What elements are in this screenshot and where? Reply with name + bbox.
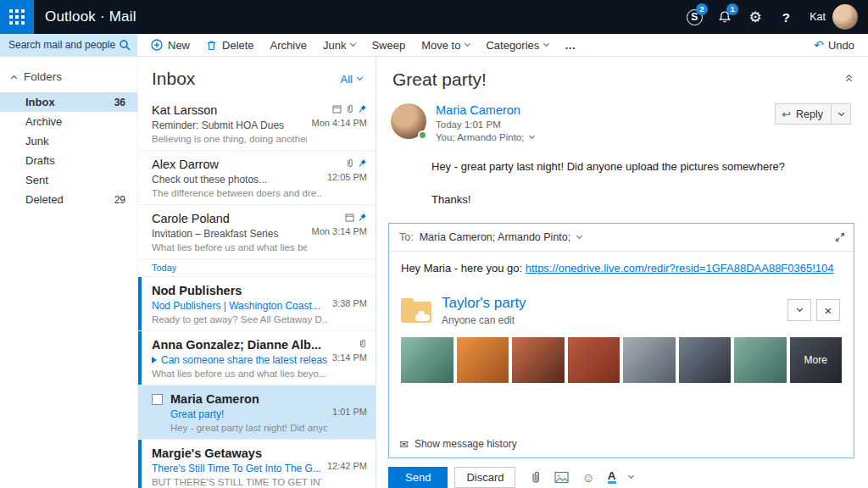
sidebar-item-sent[interactable]: Sent [0,170,137,190]
message-timestamp: Today 1:01 PM [436,119,534,130]
pin-icon[interactable] [358,213,367,222]
move-to-button[interactable]: Move to [421,39,470,52]
plus-circle-icon [151,39,163,51]
junk-button[interactable]: Junk [323,39,355,52]
chevron-down-icon [465,41,470,47]
message-body: Hey - great party last night! Did anyone… [377,142,868,208]
pin-icon[interactable] [358,104,367,114]
sidebar-item-junk[interactable]: Junk [0,131,137,151]
mail-commands: New Delete Archive Junk Sweep Move to Ca… [137,34,576,56]
gear-icon: ⚙ [749,8,762,26]
message-subject: Great party! [392,69,487,90]
show-message-history[interactable]: ✉ Show message history [399,438,517,451]
message-list-item[interactable]: Carole Poland Invitation – Breakfast Ser… [138,205,376,259]
calendar-icon [332,104,342,114]
top-bar: Outlook · Mail S 2 1 ⚙ ? Kat [0,0,868,34]
undo-icon: ↶ [814,38,824,52]
send-button[interactable]: Send [388,467,448,488]
chevron-down-icon [357,75,363,80]
new-button[interactable]: New [151,39,190,52]
notifications-button[interactable]: 1 [709,0,740,34]
categories-button[interactable]: Categories [486,39,548,52]
select-checkbox[interactable] [152,394,163,405]
message-list-header: Inbox All [138,58,376,97]
recipients-row[interactable]: You; Armando Pinto; [436,132,534,142]
search-icon[interactable] [119,39,131,51]
chevron-down-icon [627,473,633,479]
message-list-item[interactable]: Alex Darrow Check out these photos... Th… [138,151,376,205]
card-collapse-button[interactable] [787,299,811,321]
trash-icon [206,40,217,51]
app-title: Outlook · Mail [45,8,136,25]
expand-compose-icon[interactable] [834,231,846,247]
formatting-button[interactable]: A [608,470,616,485]
shared-photo[interactable] [457,337,509,383]
shared-photos-more-tile[interactable]: More [790,337,843,383]
sidebar-item-inbox[interactable]: Inbox36 [0,92,137,112]
emoji-button[interactable]: ☺ [581,470,594,485]
skype-button[interactable]: S 2 [679,0,709,34]
reply-button[interactable]: ↩Reply [775,103,851,125]
message-list-item[interactable]: Margie's Getaways There's Still Time To … [138,440,376,488]
attachment-icon [345,158,354,168]
search-box[interactable] [0,34,137,56]
skype-badge: 2 [696,3,708,15]
shared-folder-title[interactable]: Taylor's party [442,295,526,312]
insert-image-button[interactable] [554,471,569,484]
shared-photo[interactable] [734,337,787,383]
settings-button[interactable]: ⚙ [740,0,771,34]
sidebar-item-drafts[interactable]: Drafts [0,151,137,170]
sender-avatar[interactable] [391,103,426,139]
card-close-button[interactable]: × [816,299,840,321]
help-button[interactable]: ? [771,0,801,34]
date-separator-today: Today [138,259,376,277]
font-color-icon: A [608,470,616,485]
onedrive-link[interactable]: https://onedrive.live.com/redir?resid=1G… [526,262,834,274]
discard-button[interactable]: Discard [454,467,515,488]
shared-photo[interactable] [623,337,676,383]
search-input[interactable] [8,39,119,51]
pin-icon[interactable] [358,158,367,168]
paperclip-icon [529,470,542,484]
reading-pane: Great party! Maria Cameron Today 1:01 PM… [377,58,868,488]
smiley-icon: ☺ [581,470,594,485]
message-list-item[interactable]: Kat Larsson Reminder: Submit HOA Dues Be… [138,97,376,151]
folders-header[interactable]: Folders [0,58,137,92]
calendar-icon [345,213,354,222]
shared-photo[interactable] [679,337,732,383]
sidebar-item-archive[interactable]: Archive [0,112,137,131]
sweep-button[interactable]: Sweep [371,39,405,52]
chevron-up-icon [11,75,17,80]
app-launcher-icon[interactable] [0,0,34,34]
compose-body[interactable]: Hey Maria - here you go: https://onedriv… [389,252,854,383]
help-icon: ? [782,10,790,25]
forwarded-arrow-icon [152,357,157,363]
message-list-item[interactable]: Nod Publishers Nod Publishers | Washingt… [138,277,376,331]
shared-photo[interactable] [401,337,453,383]
filter-dropdown[interactable]: All [341,73,362,86]
reply-compose-box: To: Maria Cameron; Armando Pinto; Hey Ma… [388,223,854,458]
reply-options-chevron[interactable] [832,114,850,115]
presence-indicator [418,130,427,140]
collapse-all-icon[interactable] [847,69,851,83]
shared-photo[interactable] [512,337,565,383]
user-name: Kat [810,11,826,23]
cloud-icon [415,314,430,321]
chevron-down-icon [576,233,582,239]
reply-arrow-icon: ↩ [782,108,791,120]
deleted-count: 29 [114,194,125,206]
archive-button[interactable]: Archive [270,39,307,52]
attach-file-button[interactable] [529,470,542,484]
to-row[interactable]: To: Maria Cameron; Armando Pinto; [389,224,854,252]
sender-name[interactable]: Maria Cameron [436,103,534,117]
user-avatar[interactable] [832,4,858,30]
sidebar-item-deleted[interactable]: Deleted29 [0,190,137,209]
message-list-item[interactable]: Anna Gonzalez; Dianne Alb... Can someone… [138,331,376,385]
more-compose-options[interactable] [629,476,633,478]
undo-button[interactable]: ↶ Undo [814,34,868,56]
delete-button[interactable]: Delete [206,39,254,52]
compose-footer: Send Discard ☺ A [388,467,854,488]
more-commands-button[interactable]: … [565,39,576,52]
message-list-item-selected[interactable]: Maria Cameron Great party! Hey - great p… [138,385,376,440]
shared-photo[interactable] [568,337,620,383]
